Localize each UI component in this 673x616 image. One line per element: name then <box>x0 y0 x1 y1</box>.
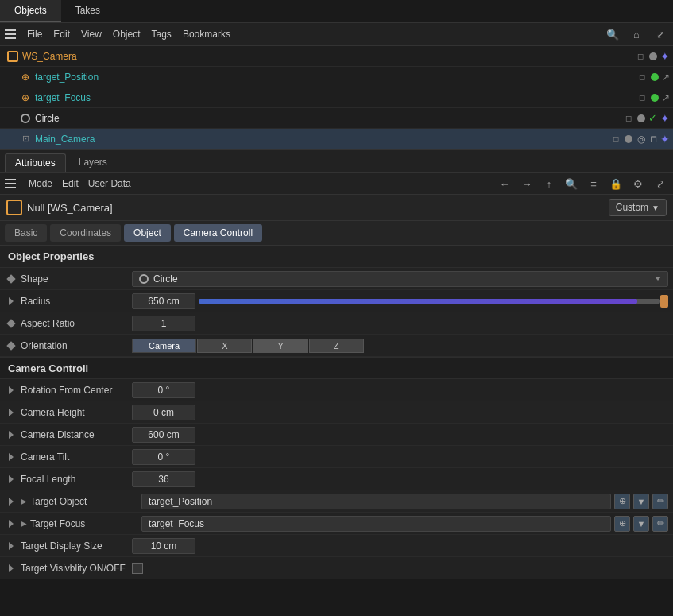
badge4-check-icon: ✓ <box>648 112 657 124</box>
target-object-dropdown-icon[interactable]: ▼ <box>633 494 649 509</box>
cam-height-arrow-icon <box>5 406 17 419</box>
prop-row-shape: Shape Circle <box>0 268 673 290</box>
badge2-dot-green <box>651 73 659 81</box>
prop-row-rotation-from-center: Rotation From Center 0 ° <box>0 379 673 401</box>
tab-coordinates[interactable]: Coordinates <box>50 224 121 242</box>
attr-hamburger-icon[interactable] <box>5 179 16 188</box>
aspect-ratio-value[interactable]: 1 <box>132 316 195 331</box>
radius-slider[interactable] <box>199 295 668 308</box>
lock-icon[interactable]: 🔒 <box>608 176 624 192</box>
attr-menu-mode[interactable]: Mode <box>29 178 52 189</box>
radius-slider-end <box>660 295 668 308</box>
settings-icon[interactable]: ⚙ <box>630 176 646 192</box>
ws-camera-label: WS_Camera <box>22 51 635 62</box>
prop-row-target-object: ▶ Target Object target_Position ⊕ ▼ ✏ <box>0 490 673 513</box>
target-object-icons: ⊕ ▼ ✏ <box>614 494 668 509</box>
target-object-pick-icon[interactable]: ⊕ <box>614 494 630 509</box>
object-header-title: Null [WS_Camera] <box>27 202 609 214</box>
badge3-dot-green <box>651 94 659 102</box>
camera-height-label: Camera Height <box>21 407 132 418</box>
main-camera-badges: ◻ ◎ ⊓ ✦ <box>610 133 670 145</box>
target-display-size-value[interactable]: 10 cm <box>132 538 195 554</box>
ws-camera-type-icon <box>6 50 19 63</box>
tab-camera-controll[interactable]: Camera Controll <box>174 224 262 242</box>
attr-menu-edit[interactable]: Edit <box>62 178 79 189</box>
orient-z-btn[interactable]: Z <box>309 339 364 353</box>
orient-camera-btn[interactable]: Camera <box>132 339 196 353</box>
radius-slider-fill <box>199 299 637 304</box>
menu-edit[interactable]: Edit <box>53 29 70 40</box>
orient-y-btn[interactable]: Y <box>253 339 307 353</box>
badge3-hide-icon: ◻ <box>636 92 648 103</box>
target-object-edit-icon[interactable]: ✏ <box>652 494 668 509</box>
layout-dropdown[interactable]: Custom ▼ <box>609 199 667 216</box>
camera-distance-value[interactable]: 600 cm <box>132 427 195 443</box>
menu-file[interactable]: File <box>27 29 42 40</box>
rotation-value[interactable]: 0 ° <box>132 382 195 398</box>
tab-object[interactable]: Object <box>124 224 171 242</box>
camera-tilt-value-container: 0 ° <box>132 449 668 465</box>
main-camera-type-icon: ⊡ <box>19 133 32 145</box>
prop-row-focal-length: Focal Length 36 <box>0 468 673 490</box>
attr-menu-bar: Mode Edit User Data ← → ↑ 🔍 ≡ 🔒 ⚙ ⤢ <box>0 173 673 195</box>
tab-basic[interactable]: Basic <box>5 224 47 242</box>
radius-value[interactable]: 650 cm <box>132 293 195 309</box>
menu-object[interactable]: Object <box>113 29 141 40</box>
tab-attributes[interactable]: Attributes <box>5 153 66 172</box>
tree-row-circle[interactable]: Circle ◻ ✓ ✦ <box>0 108 673 129</box>
cam-tilt-arrow-icon <box>5 451 17 463</box>
back-icon[interactable]: ← <box>497 176 512 192</box>
circle-label: Circle <box>35 113 623 124</box>
filter-icon[interactable]: ≡ <box>586 176 601 192</box>
badge2-hide-icon: ◻ <box>636 72 648 83</box>
tab-layers[interactable]: Layers <box>69 153 117 172</box>
menu-bookmarks[interactable]: Bookmarks <box>183 29 230 40</box>
target-focus-pick-icon[interactable]: ⊕ <box>614 516 630 532</box>
menu-view[interactable]: View <box>81 29 102 40</box>
shape-circle-icon <box>139 274 149 284</box>
circle-type-icon <box>19 112 32 125</box>
tree-row-ws-camera[interactable]: WS_Camera ◻ ✦ <box>0 46 673 67</box>
ws-camera-badges: ◻ ✦ <box>635 50 670 63</box>
forward-icon[interactable]: → <box>519 176 535 192</box>
tree-row-main-camera[interactable]: ⊡ Main_Camera ◻ ◎ ⊓ ✦ <box>0 129 673 149</box>
object-tree: WS_Camera ◻ ✦ ⊕ target_Position ◻ ↗ ⊕ ta… <box>0 46 673 150</box>
focal-length-arrow-icon <box>5 473 17 486</box>
orient-x-btn[interactable]: X <box>197 339 252 353</box>
shape-value-container[interactable]: Circle <box>132 271 668 287</box>
tree-row-target-position[interactable]: ⊕ target_Position ◻ ↗ <box>0 67 673 87</box>
badge4-purple-icon: ✦ <box>660 112 670 125</box>
camera-height-value[interactable]: 0 cm <box>132 405 195 420</box>
target-object-expand-icon[interactable]: ▶ <box>21 497 27 506</box>
zoom-icon[interactable]: 🔍 <box>563 176 579 192</box>
aspect-ratio-label: Aspect Ratio <box>21 318 132 329</box>
target-focus-expand-icon[interactable]: ▶ <box>21 519 27 528</box>
expand-icon[interactable]: ⤢ <box>652 26 668 42</box>
target-focus-type-icon: ⊕ <box>19 91 32 104</box>
new-window-icon[interactable]: ⤢ <box>652 176 668 192</box>
target-visibility-checkbox[interactable] <box>132 563 143 574</box>
shape-dropdown[interactable]: Circle <box>132 271 668 287</box>
target-focus-value-container: target_Focus ⊕ ▼ ✏ <box>141 516 668 532</box>
target-focus-dropdown-icon[interactable]: ▼ <box>633 516 649 532</box>
up-icon[interactable]: ↑ <box>541 176 557 192</box>
target-object-value[interactable]: target_Position <box>141 494 611 509</box>
menu-tags[interactable]: Tags <box>152 29 172 40</box>
target-size-arrow-icon <box>5 540 17 552</box>
attr-menu-userdata[interactable]: User Data <box>88 178 131 189</box>
target-focus-edit-icon[interactable]: ✏ <box>652 516 668 532</box>
radius-slider-track <box>199 299 660 304</box>
attr-tab-bar: Attributes Layers <box>0 150 673 173</box>
aspect-ratio-value-container: 1 <box>132 316 668 331</box>
shape-dropdown-value: Circle <box>153 273 178 285</box>
hamburger-menu-icon[interactable] <box>5 29 16 39</box>
target-object-label: Target Object <box>30 496 141 507</box>
search-icon[interactable]: 🔍 <box>605 26 621 42</box>
tab-takes[interactable]: Takes <box>61 0 114 22</box>
tab-objects[interactable]: Objects <box>0 0 61 22</box>
home-icon[interactable]: ⌂ <box>629 26 644 42</box>
camera-tilt-value[interactable]: 0 ° <box>132 449 195 465</box>
target-focus-value[interactable]: target_Focus <box>141 516 611 532</box>
focal-length-value[interactable]: 36 <box>132 471 195 487</box>
tree-row-target-focus[interactable]: ⊕ target_Focus ◻ ↗ <box>0 87 673 108</box>
